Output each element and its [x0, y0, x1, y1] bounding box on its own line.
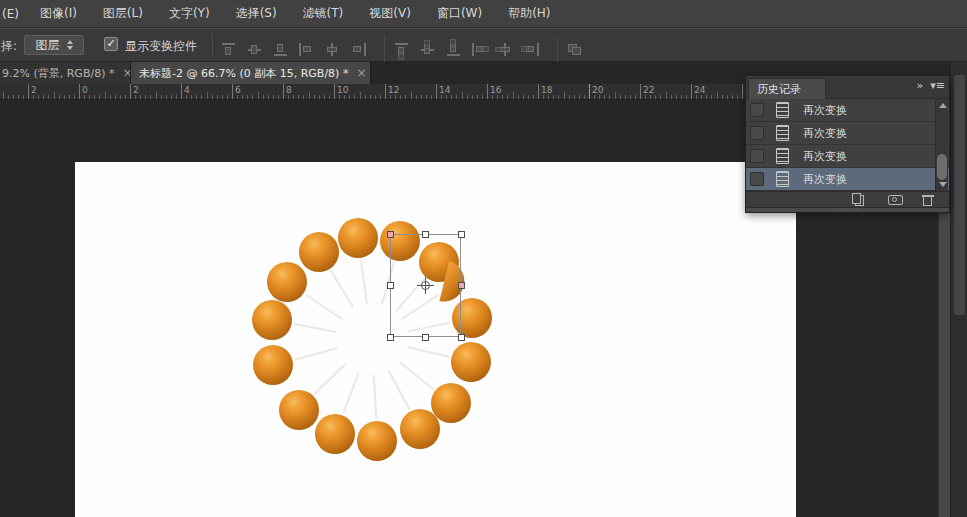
align-left-edges-icon[interactable] — [298, 42, 315, 57]
orange-sphere-10[interactable] — [253, 345, 293, 385]
auto-select-target-dropdown[interactable]: 图层 — [24, 35, 84, 55]
dropdown-arrows-icon — [67, 40, 73, 50]
show-transform-controls-checkbox[interactable]: ✓ — [104, 37, 118, 51]
scrollbar-thumb[interactable] — [937, 154, 947, 180]
ruler-number: 6 — [235, 85, 241, 95]
ruler-number: 4 — [184, 85, 190, 95]
transform-handle[interactable] — [458, 334, 465, 341]
orange-sphere-5[interactable] — [431, 383, 471, 423]
menu-item-1[interactable]: 图像(I) — [27, 0, 90, 28]
history-panel-header: 历史记录 » ▾≡ — [746, 76, 949, 99]
menu-bar: (E)图像(I)图层(L)文字(Y)选择(S)滤镜(T)视图(V)窗口(W)帮助… — [0, 0, 967, 28]
distribute-right-edges-icon[interactable] — [523, 42, 540, 57]
set-source-checkbox[interactable] — [750, 149, 764, 163]
transform-handle[interactable] — [387, 282, 394, 289]
history-entry-0[interactable]: 再次变换 — [746, 99, 949, 122]
align-top-edges-icon[interactable] — [220, 42, 237, 57]
history-panel: 历史记录 » ▾≡ 再次变换再次变换再次变换再次变换 ········· — [745, 75, 950, 213]
distribute-vertical-centers-icon[interactable] — [419, 42, 436, 57]
menu-item-8[interactable]: 帮助(H) — [495, 0, 563, 28]
panel-dock-strip — [950, 62, 967, 517]
menu-item-4[interactable]: 选择(S) — [223, 0, 290, 28]
light-streak — [314, 363, 347, 395]
document-tab-label: 9.2% (背景, RGB/8) * — [2, 66, 114, 81]
auto-align-layers-icon[interactable] — [566, 42, 583, 57]
history-entries-list: 再次变换再次变换再次变换再次变换 — [746, 99, 949, 191]
light-streak — [305, 293, 343, 319]
distribute-bottom-edges-icon[interactable] — [445, 42, 462, 57]
history-state-icon — [776, 148, 789, 164]
auto-select-label: 择: — [1, 38, 17, 55]
orange-sphere-12[interactable] — [267, 262, 307, 302]
transform-handle[interactable] — [387, 334, 394, 341]
transform-handle[interactable] — [422, 334, 429, 341]
history-entry-3[interactable]: 再次变换 — [746, 168, 949, 191]
menu-item-7[interactable]: 窗口(W) — [424, 0, 495, 28]
align-vertical-centers-icon[interactable] — [246, 42, 263, 57]
panel-resize-handle[interactable]: ········· — [746, 207, 949, 212]
scroll-up-icon[interactable] — [939, 103, 947, 108]
ruler-number: 14 — [439, 85, 450, 95]
dock-grip[interactable] — [954, 75, 965, 315]
set-source-checkbox[interactable] — [750, 172, 764, 186]
light-streak — [360, 260, 368, 304]
ruler-number: 12 — [388, 85, 399, 95]
orange-sphere-4[interactable] — [451, 342, 491, 382]
align-distribute-icons — [220, 37, 592, 62]
ruler-number: 24 — [694, 85, 705, 95]
document-tab-0[interactable]: 9.2% (背景, RGB/8) *× — [0, 62, 131, 84]
distribute-left-edges-icon[interactable] — [471, 42, 488, 57]
light-streak — [399, 361, 434, 390]
history-panel-footer — [746, 191, 949, 207]
set-source-checkbox[interactable] — [750, 103, 764, 117]
orange-sphere-8[interactable] — [315, 414, 355, 454]
distribute-horizontal-centers-icon[interactable] — [497, 42, 514, 57]
history-state-icon — [776, 102, 789, 118]
light-streak — [294, 347, 337, 360]
transform-reference-point-icon[interactable] — [420, 280, 431, 291]
delete-icon[interactable] — [921, 194, 938, 207]
distribute-top-edges-icon[interactable] — [393, 42, 410, 57]
new-snapshot-icon[interactable] — [888, 194, 905, 207]
ruler-number: 8 — [286, 85, 292, 95]
new-document-from-state-icon[interactable] — [850, 194, 867, 207]
set-source-checkbox[interactable] — [750, 126, 764, 140]
orange-sphere-7[interactable] — [357, 421, 397, 461]
light-streak — [330, 270, 354, 309]
transform-handle[interactable] — [387, 231, 394, 238]
transform-handle[interactable] — [458, 231, 465, 238]
history-state-icon — [776, 171, 789, 187]
align-right-edges-icon[interactable] — [350, 42, 367, 57]
panel-menu-icon[interactable]: ▾≡ — [930, 79, 945, 92]
orange-sphere-13[interactable] — [299, 232, 339, 272]
orange-sphere-6[interactable] — [400, 409, 440, 449]
history-scrollbar[interactable] — [935, 99, 948, 191]
history-panel-tab[interactable]: 历史记录 — [748, 78, 826, 99]
document-canvas[interactable] — [75, 162, 796, 517]
scroll-down-icon[interactable] — [939, 182, 947, 187]
ruler-number: 16 — [490, 85, 501, 95]
close-tab-icon[interactable]: × — [122, 66, 131, 80]
align-horizontal-centers-icon[interactable] — [324, 42, 341, 57]
collapse-panels-icon[interactable]: » — [917, 79, 924, 92]
orange-sphere-9[interactable] — [279, 390, 319, 430]
align-bottom-edges-icon[interactable] — [272, 42, 289, 57]
ruler-number: 0 — [82, 85, 88, 95]
dropdown-value: 图层 — [36, 37, 60, 54]
light-streak — [342, 372, 360, 414]
menu-item-3[interactable]: 文字(Y) — [156, 0, 223, 28]
document-tab-1[interactable]: 未标题-2 @ 66.7% (0 副本 15, RGB/8) *× — [131, 62, 371, 84]
transform-handle[interactable] — [422, 231, 429, 238]
history-entry-1[interactable]: 再次变换 — [746, 122, 949, 145]
orange-sphere-11[interactable] — [252, 300, 292, 340]
ruler-number: 22 — [643, 85, 654, 95]
photoshop-window: (E)图像(I)图层(L)文字(Y)选择(S)滤镜(T)视图(V)窗口(W)帮助… — [0, 0, 967, 517]
transform-handle[interactable] — [458, 282, 465, 289]
menu-item-2[interactable]: 图层(L) — [90, 0, 156, 28]
close-tab-icon[interactable]: × — [356, 66, 366, 80]
orange-sphere-0[interactable] — [338, 218, 378, 258]
menu-item-0[interactable]: (E) — [0, 0, 27, 28]
menu-item-6[interactable]: 视图(V) — [356, 0, 424, 28]
history-entry-2[interactable]: 再次变换 — [746, 145, 949, 168]
menu-item-5[interactable]: 滤镜(T) — [290, 0, 357, 28]
